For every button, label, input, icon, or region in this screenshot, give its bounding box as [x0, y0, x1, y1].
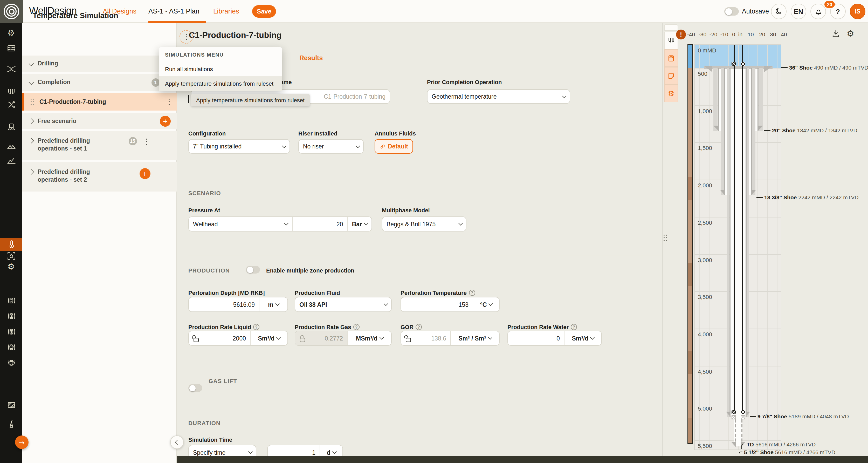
pressure-at-compound-input[interactable]: Wellhead 20 Bar	[188, 216, 372, 231]
casing-manifold-icon[interactable]	[0, 87, 22, 96]
settings-icon[interactable]: ⚙	[0, 29, 22, 37]
gear-icon: ⚙	[668, 89, 674, 97]
gas-lift-heading: GAS LIFT	[209, 378, 237, 384]
tab-calculator[interactable]	[664, 49, 678, 67]
menu-item-run-all[interactable]: Run all simulations	[159, 62, 282, 76]
casing-b-icon[interactable]	[0, 312, 22, 321]
riser-select[interactable]: No riser	[298, 139, 364, 154]
terrain-icon[interactable]	[0, 141, 22, 150]
rate-liquid-input[interactable]: 2000 Sm³/d	[188, 330, 288, 346]
hatch-section-icon[interactable]	[0, 400, 22, 409]
rate-water-label: Production Rate Water?	[507, 324, 577, 330]
perforation-depth-input[interactable]: 5616.09 m	[188, 297, 288, 312]
rate-liquid-label: Production Rate Liquid?	[188, 324, 259, 330]
collapse-panel-button[interactable]	[170, 435, 184, 449]
drag-handle-icon[interactable]	[31, 98, 35, 105]
chevron-down-icon	[29, 80, 33, 85]
help-icon[interactable]: ?	[571, 324, 577, 330]
chevron-down-icon	[285, 221, 289, 225]
depth-label-surface: 0 mMD	[698, 47, 716, 54]
chevron-left-icon	[175, 440, 180, 444]
help-icon[interactable]: ?	[253, 324, 259, 330]
perforation-depth-label: Perforation Depth [MD RKB]	[188, 290, 265, 296]
casing-c-icon[interactable]	[0, 327, 22, 336]
row-menu-button[interactable]	[168, 98, 169, 105]
gor-input[interactable]: 138.6 Sm³ / Sm³	[401, 330, 500, 346]
language-button[interactable]: EN	[791, 4, 806, 19]
tab-notes[interactable]	[664, 67, 678, 85]
sidebar-item-completion[interactable]: Completion 1	[22, 74, 177, 91]
avatar[interactable]: IS	[850, 4, 865, 19]
formations-icon[interactable]	[0, 44, 22, 53]
schematic-settings-button[interactable]: ⚙	[847, 29, 854, 38]
casing-e-icon[interactable]	[0, 358, 22, 368]
production-fluid-select[interactable]: Oil 38 API	[295, 297, 392, 312]
well-schematic-panel: ⚙ ! -40 -30 -20 -10 0 in 10 20 30 40 ⚙	[662, 23, 868, 463]
panel-drag-handle[interactable]	[663, 235, 668, 241]
app-logo[interactable]	[0, 0, 23, 23]
menu-item-apply-ruleset[interactable]: Apply temperature simulations from rules…	[159, 76, 282, 91]
sidebar-item-free-scenario[interactable]: Free scenario +	[22, 113, 177, 129]
multiphase-model-select[interactable]: Beggs & Brill 1975	[382, 216, 466, 231]
download-button[interactable]	[831, 29, 840, 38]
prior-completion-select[interactable]: Geothermal temperature	[427, 89, 570, 104]
chevron-right-icon	[29, 138, 33, 143]
depth-label: 5,500	[698, 443, 712, 449]
sidebar-item-c1-production[interactable]: C1-Production-7-tubing	[22, 93, 177, 111]
bop-icon[interactable]	[0, 122, 22, 132]
nav-current-plan[interactable]: AS-1 - AS-1 Plan	[148, 7, 199, 15]
unlock-icon[interactable]	[405, 338, 411, 342]
ruler-tick: 40	[781, 31, 787, 37]
survey-chart-icon[interactable]	[0, 156, 22, 165]
fluid-expand-icon[interactable]	[0, 251, 22, 261]
add-scenario-button[interactable]: +	[160, 115, 171, 126]
gas-lift-toggle[interactable]	[188, 384, 203, 392]
simulations-menu-button[interactable]	[180, 30, 193, 44]
expand-rail-button[interactable]: →	[15, 435, 29, 449]
multi-zone-label: Enable multiple zone production	[266, 267, 354, 273]
save-button[interactable]: Save	[252, 5, 276, 18]
ruler-tick: 30	[770, 31, 776, 37]
casing-a-icon[interactable]	[0, 296, 22, 305]
derrick-icon[interactable]	[0, 419, 22, 429]
add-operation-button[interactable]: +	[139, 168, 150, 179]
rate-gas-input[interactable]: 0.2772 MSm³/d	[295, 330, 392, 346]
well-schematic-plot[interactable]: 0 mMD 500 1,000 1,500 2,000 2,500 3,000 …	[694, 44, 781, 450]
row-menu-button[interactable]	[146, 139, 147, 145]
help-icon[interactable]: ?	[415, 324, 422, 330]
annotation-20-shoe: 20" Shoe1342 mMD / 1342 mTVD	[764, 127, 857, 134]
tab-settings[interactable]: ⚙	[664, 85, 678, 102]
sidebar-item-predefined-set2[interactable]: Predefined drilling operations - set 2 +	[22, 162, 177, 192]
sidebar-item-drilling[interactable]: Drilling	[22, 56, 177, 71]
chevron-down-icon	[489, 301, 493, 306]
configuration-select[interactable]: 7" Tubing installed	[188, 139, 290, 154]
nav-libraries[interactable]: Libraries	[213, 7, 239, 15]
casing-d-icon[interactable]	[0, 343, 22, 352]
trajectory-curves-icon[interactable]	[0, 64, 22, 74]
perforation-temp-input[interactable]: 153 °C	[401, 297, 500, 312]
casing-9in	[727, 68, 729, 417]
sidebar-item-predefined-set1[interactable]: Predefined drilling operations - set 1 1…	[22, 131, 177, 160]
ruler-tick: 20	[759, 31, 765, 37]
pressure-at-label: Pressure At	[188, 207, 220, 213]
auto-simulation-icon[interactable]: ⚙	[0, 263, 22, 271]
multi-zone-toggle[interactable]	[246, 266, 260, 273]
flow-paths-icon[interactable]	[0, 100, 22, 109]
help-icon[interactable]: ?	[353, 324, 360, 330]
help-icon[interactable]: ?	[469, 290, 475, 296]
annotation-5-shoe: 5 1/2" Shoe5616 mMD / 4266 mTVD	[739, 447, 835, 457]
dark-mode-button[interactable]	[771, 4, 786, 19]
tab-results[interactable]: Results	[299, 55, 323, 62]
chevron-down-icon	[332, 450, 337, 454]
ruler-tick: -10	[720, 31, 728, 37]
notifications-button[interactable]	[810, 4, 826, 19]
warning-icon[interactable]: !	[676, 30, 686, 39]
notification-count-badge: 20	[825, 1, 835, 8]
annulus-default-button[interactable]: Default	[375, 139, 413, 154]
depth-label: 1,000	[698, 108, 712, 114]
autosave-toggle[interactable]	[724, 7, 739, 16]
unlock-icon[interactable]	[193, 338, 198, 342]
lock-icon[interactable]	[300, 338, 305, 342]
rate-water-input[interactable]: 0 Sm³/d	[507, 330, 602, 346]
packer	[732, 410, 736, 414]
